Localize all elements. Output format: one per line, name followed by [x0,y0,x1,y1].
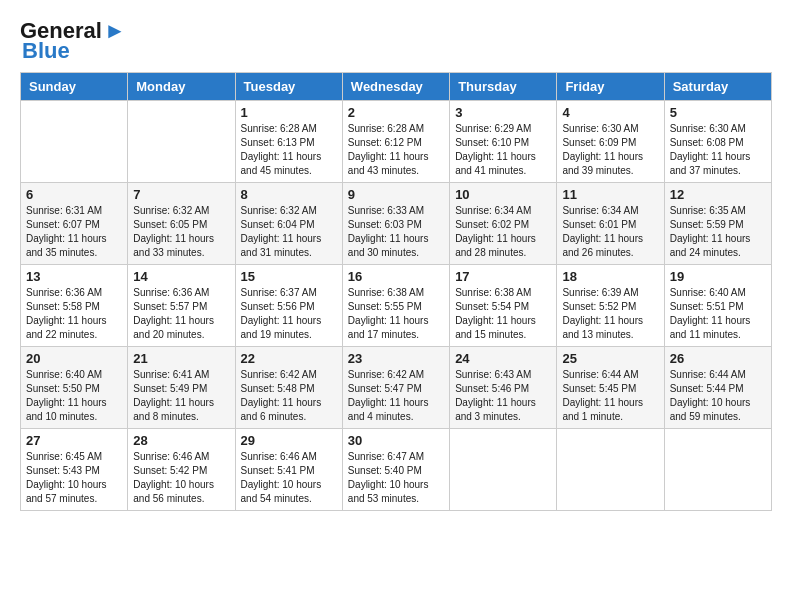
day-info: Sunrise: 6:30 AM Sunset: 6:09 PM Dayligh… [562,122,658,178]
day-info: Sunrise: 6:34 AM Sunset: 6:01 PM Dayligh… [562,204,658,260]
day-number: 22 [241,351,337,366]
day-number: 8 [241,187,337,202]
day-info: Sunrise: 6:44 AM Sunset: 5:45 PM Dayligh… [562,368,658,424]
calendar-cell: 27Sunrise: 6:45 AM Sunset: 5:43 PM Dayli… [21,429,128,511]
day-info: Sunrise: 6:35 AM Sunset: 5:59 PM Dayligh… [670,204,766,260]
day-info: Sunrise: 6:29 AM Sunset: 6:10 PM Dayligh… [455,122,551,178]
day-number: 16 [348,269,444,284]
day-number: 15 [241,269,337,284]
weekday-header: Thursday [450,73,557,101]
day-info: Sunrise: 6:33 AM Sunset: 6:03 PM Dayligh… [348,204,444,260]
calendar-cell: 12Sunrise: 6:35 AM Sunset: 5:59 PM Dayli… [664,183,771,265]
calendar-cell [557,429,664,511]
calendar-cell: 24Sunrise: 6:43 AM Sunset: 5:46 PM Dayli… [450,347,557,429]
day-number: 24 [455,351,551,366]
day-info: Sunrise: 6:47 AM Sunset: 5:40 PM Dayligh… [348,450,444,506]
calendar-cell: 11Sunrise: 6:34 AM Sunset: 6:01 PM Dayli… [557,183,664,265]
calendar-cell: 4Sunrise: 6:30 AM Sunset: 6:09 PM Daylig… [557,101,664,183]
calendar-cell: 17Sunrise: 6:38 AM Sunset: 5:54 PM Dayli… [450,265,557,347]
day-number: 21 [133,351,229,366]
day-number: 12 [670,187,766,202]
page-header: General► Blue [20,20,772,62]
calendar-cell: 25Sunrise: 6:44 AM Sunset: 5:45 PM Dayli… [557,347,664,429]
calendar-cell: 23Sunrise: 6:42 AM Sunset: 5:47 PM Dayli… [342,347,449,429]
day-number: 19 [670,269,766,284]
calendar-cell: 3Sunrise: 6:29 AM Sunset: 6:10 PM Daylig… [450,101,557,183]
day-info: Sunrise: 6:45 AM Sunset: 5:43 PM Dayligh… [26,450,122,506]
day-info: Sunrise: 6:40 AM Sunset: 5:50 PM Dayligh… [26,368,122,424]
day-info: Sunrise: 6:32 AM Sunset: 6:04 PM Dayligh… [241,204,337,260]
calendar-cell [664,429,771,511]
calendar-cell: 20Sunrise: 6:40 AM Sunset: 5:50 PM Dayli… [21,347,128,429]
weekday-header: Tuesday [235,73,342,101]
calendar-cell: 15Sunrise: 6:37 AM Sunset: 5:56 PM Dayli… [235,265,342,347]
calendar-cell: 16Sunrise: 6:38 AM Sunset: 5:55 PM Dayli… [342,265,449,347]
day-info: Sunrise: 6:30 AM Sunset: 6:08 PM Dayligh… [670,122,766,178]
weekday-header: Sunday [21,73,128,101]
day-number: 5 [670,105,766,120]
day-number: 11 [562,187,658,202]
day-info: Sunrise: 6:37 AM Sunset: 5:56 PM Dayligh… [241,286,337,342]
calendar-cell: 6Sunrise: 6:31 AM Sunset: 6:07 PM Daylig… [21,183,128,265]
calendar-week-row: 6Sunrise: 6:31 AM Sunset: 6:07 PM Daylig… [21,183,772,265]
calendar-table: SundayMondayTuesdayWednesdayThursdayFrid… [20,72,772,511]
day-number: 26 [670,351,766,366]
day-info: Sunrise: 6:34 AM Sunset: 6:02 PM Dayligh… [455,204,551,260]
day-info: Sunrise: 6:40 AM Sunset: 5:51 PM Dayligh… [670,286,766,342]
calendar-week-row: 27Sunrise: 6:45 AM Sunset: 5:43 PM Dayli… [21,429,772,511]
calendar-cell: 28Sunrise: 6:46 AM Sunset: 5:42 PM Dayli… [128,429,235,511]
calendar-cell: 19Sunrise: 6:40 AM Sunset: 5:51 PM Dayli… [664,265,771,347]
day-number: 2 [348,105,444,120]
day-number: 10 [455,187,551,202]
day-number: 27 [26,433,122,448]
day-number: 20 [26,351,122,366]
day-number: 13 [26,269,122,284]
day-info: Sunrise: 6:28 AM Sunset: 6:12 PM Dayligh… [348,122,444,178]
day-number: 17 [455,269,551,284]
logo-blue: Blue [20,40,70,62]
weekday-header: Friday [557,73,664,101]
day-info: Sunrise: 6:41 AM Sunset: 5:49 PM Dayligh… [133,368,229,424]
calendar-body: 1Sunrise: 6:28 AM Sunset: 6:13 PM Daylig… [21,101,772,511]
weekday-header: Monday [128,73,235,101]
day-info: Sunrise: 6:39 AM Sunset: 5:52 PM Dayligh… [562,286,658,342]
logo: General► Blue [20,20,126,62]
day-number: 23 [348,351,444,366]
calendar-cell: 9Sunrise: 6:33 AM Sunset: 6:03 PM Daylig… [342,183,449,265]
day-number: 28 [133,433,229,448]
calendar-week-row: 20Sunrise: 6:40 AM Sunset: 5:50 PM Dayli… [21,347,772,429]
day-number: 25 [562,351,658,366]
day-number: 18 [562,269,658,284]
day-info: Sunrise: 6:38 AM Sunset: 5:54 PM Dayligh… [455,286,551,342]
day-number: 6 [26,187,122,202]
calendar-cell: 2Sunrise: 6:28 AM Sunset: 6:12 PM Daylig… [342,101,449,183]
calendar-cell [128,101,235,183]
calendar-cell: 7Sunrise: 6:32 AM Sunset: 6:05 PM Daylig… [128,183,235,265]
calendar-week-row: 1Sunrise: 6:28 AM Sunset: 6:13 PM Daylig… [21,101,772,183]
day-number: 7 [133,187,229,202]
calendar-cell: 13Sunrise: 6:36 AM Sunset: 5:58 PM Dayli… [21,265,128,347]
calendar-cell: 22Sunrise: 6:42 AM Sunset: 5:48 PM Dayli… [235,347,342,429]
day-info: Sunrise: 6:36 AM Sunset: 5:57 PM Dayligh… [133,286,229,342]
calendar-header-row: SundayMondayTuesdayWednesdayThursdayFrid… [21,73,772,101]
day-number: 30 [348,433,444,448]
day-number: 3 [455,105,551,120]
calendar-cell: 10Sunrise: 6:34 AM Sunset: 6:02 PM Dayli… [450,183,557,265]
day-info: Sunrise: 6:38 AM Sunset: 5:55 PM Dayligh… [348,286,444,342]
day-info: Sunrise: 6:43 AM Sunset: 5:46 PM Dayligh… [455,368,551,424]
day-number: 4 [562,105,658,120]
day-info: Sunrise: 6:46 AM Sunset: 5:42 PM Dayligh… [133,450,229,506]
calendar-cell: 26Sunrise: 6:44 AM Sunset: 5:44 PM Dayli… [664,347,771,429]
day-info: Sunrise: 6:32 AM Sunset: 6:05 PM Dayligh… [133,204,229,260]
calendar-cell: 29Sunrise: 6:46 AM Sunset: 5:41 PM Dayli… [235,429,342,511]
calendar-cell: 8Sunrise: 6:32 AM Sunset: 6:04 PM Daylig… [235,183,342,265]
day-info: Sunrise: 6:28 AM Sunset: 6:13 PM Dayligh… [241,122,337,178]
calendar-cell: 1Sunrise: 6:28 AM Sunset: 6:13 PM Daylig… [235,101,342,183]
calendar-cell [21,101,128,183]
day-number: 14 [133,269,229,284]
calendar-cell [450,429,557,511]
day-info: Sunrise: 6:42 AM Sunset: 5:48 PM Dayligh… [241,368,337,424]
day-info: Sunrise: 6:36 AM Sunset: 5:58 PM Dayligh… [26,286,122,342]
day-info: Sunrise: 6:31 AM Sunset: 6:07 PM Dayligh… [26,204,122,260]
calendar-cell: 14Sunrise: 6:36 AM Sunset: 5:57 PM Dayli… [128,265,235,347]
